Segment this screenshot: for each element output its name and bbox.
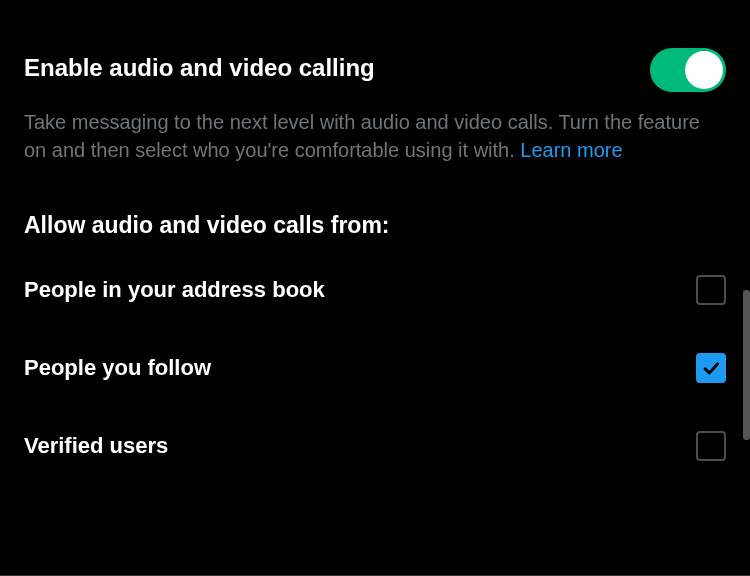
option-label: People you follow (24, 355, 211, 381)
enable-calling-toggle[interactable] (650, 48, 726, 92)
checkbox-address-book[interactable] (696, 275, 726, 305)
option-label: People in your address book (24, 277, 325, 303)
main-setting-title: Enable audio and video calling (24, 54, 375, 83)
checkbox-people-you-follow[interactable] (696, 353, 726, 383)
scrollbar[interactable] (743, 290, 750, 440)
toggle-knob (685, 51, 723, 89)
learn-more-link[interactable]: Learn more (520, 139, 622, 161)
main-setting-row: Enable audio and video calling (24, 54, 726, 92)
option-address-book[interactable]: People in your address book (24, 275, 726, 305)
allow-calls-section-title: Allow audio and video calls from: (24, 212, 726, 239)
option-people-you-follow[interactable]: People you follow (24, 353, 726, 383)
main-setting-description: Take messaging to the next level with au… (24, 108, 704, 164)
checkbox-verified-users[interactable] (696, 431, 726, 461)
option-verified-users[interactable]: Verified users (24, 431, 726, 461)
checkmark-icon (701, 358, 721, 378)
option-label: Verified users (24, 433, 168, 459)
